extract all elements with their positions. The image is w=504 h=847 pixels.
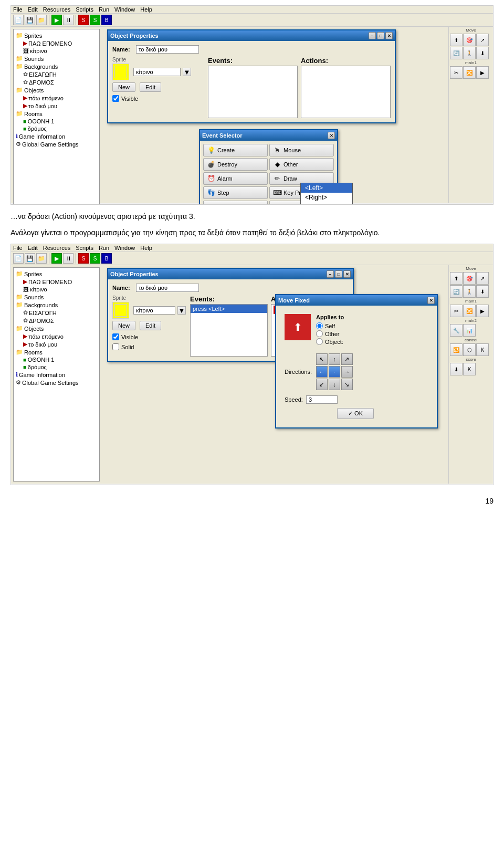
control-icon-1[interactable]: 🔁 (450, 343, 463, 356)
edit-sprite-button-2[interactable]: Edit (140, 321, 161, 330)
dir-downright[interactable]: ↘ (341, 379, 353, 390)
object-radio[interactable] (316, 338, 323, 345)
name-input[interactable] (136, 45, 199, 54)
menu2-scripts[interactable]: Scripts (76, 245, 93, 251)
main1-icon-2[interactable]: 🔀 (463, 66, 476, 79)
main1-icon-1[interactable]: ✂ (450, 66, 463, 79)
toolbar2-btn2[interactable]: 💾 (25, 253, 35, 264)
tree2-obj-pao[interactable]: ▶πάω επόμενο (16, 332, 97, 340)
move-fixed-close[interactable]: ✕ (427, 297, 435, 304)
move2-icon-3[interactable]: ↗ (476, 272, 489, 285)
tree2-bg-eisagogi[interactable]: ✿ΕΙΣΑΓΩΓΗ (16, 309, 97, 317)
menu-file[interactable]: File (13, 6, 23, 13)
menu2-window[interactable]: Window (114, 245, 135, 251)
evt-collision[interactable]: ↔ Collision (203, 201, 268, 205)
control-icon-3[interactable]: K (476, 343, 489, 356)
tree2-objects[interactable]: 📁Objects (16, 325, 97, 332)
es-close-button[interactable]: ✕ (328, 132, 335, 139)
menu-edit[interactable]: Edit (28, 6, 38, 13)
maximize-button[interactable]: □ (377, 32, 384, 39)
score-icon-2[interactable]: K (463, 363, 476, 375)
move-icon-3[interactable]: ↗ (476, 34, 489, 46)
move2-icon-5[interactable]: 🚶 (463, 285, 476, 298)
tree2-room-dromos[interactable]: ■δρόμος (16, 363, 97, 371)
dir-up[interactable]: ↑ (329, 353, 340, 365)
toolbar2-sprite-btn[interactable]: S (78, 253, 89, 264)
dir-downleft[interactable]: ↙ (316, 379, 328, 390)
tree2-sounds[interactable]: 📁Sounds (16, 293, 97, 301)
move-icon-6[interactable]: ⬇ (476, 47, 489, 59)
menu2-resources[interactable]: Resources (43, 245, 71, 251)
new-sprite-button-2[interactable]: New (112, 321, 135, 330)
menu2-help[interactable]: Help (140, 245, 152, 251)
move-icon-5[interactable]: 🚶 (463, 47, 476, 59)
tree2-gameinfo[interactable]: ℹGame Information (16, 371, 97, 379)
dir-center[interactable]: · (329, 366, 340, 378)
dir-upright[interactable]: ↗ (341, 353, 353, 365)
tree2-rooms[interactable]: 📁Rooms (16, 348, 97, 356)
main1-2-icon-3[interactable]: ▶ (476, 305, 489, 317)
event-item-press-left[interactable]: press <Left> (191, 305, 267, 313)
evt-mouse[interactable]: 🖱 Mouse (269, 144, 334, 156)
visible-checkbox-2[interactable] (112, 333, 119, 340)
tree-objects[interactable]: 📁 Objects (16, 86, 97, 94)
dir-right[interactable]: → (341, 366, 353, 378)
main1-2-icon-2[interactable]: 🔀 (463, 305, 476, 317)
menu-scripts[interactable]: Scripts (76, 6, 93, 13)
toolbar-btn1[interactable]: 📄 (13, 15, 24, 25)
dir-left[interactable]: ← (316, 366, 328, 378)
toolbar2-run[interactable]: ▶ (51, 253, 62, 264)
menu-run[interactable]: Run (99, 6, 109, 13)
key-left[interactable]: <Left> (301, 183, 352, 193)
edit-sprite-button[interactable]: Edit (140, 82, 161, 92)
tree2-room-othoni[interactable]: ■ΟΘΟΝΗ 1 (16, 356, 97, 363)
toolbar2-bg-btn[interactable]: B (101, 253, 112, 264)
tree2-bg-dromos[interactable]: ✿ΔΡΟΜΟΣ (16, 317, 97, 325)
tree-globalsettings[interactable]: ⚙ Global Game Settings (16, 140, 97, 148)
move2-icon-1[interactable]: ⬆ (450, 272, 463, 285)
sprite-select-btn[interactable]: ▼ (183, 68, 191, 76)
toolbar2-btn1[interactable]: 📄 (13, 253, 24, 264)
name-input-2[interactable] (136, 284, 199, 292)
tree-sprite-kitrino[interactable]: 🖼 κίτρινο (16, 47, 97, 55)
visible-checkbox[interactable] (112, 95, 119, 102)
tree-gameinfo[interactable]: ℹ Game Information (16, 132, 97, 140)
sprite-input-2[interactable] (133, 306, 175, 315)
evt-step[interactable]: 👣 Step (203, 186, 268, 199)
minimize-button-2[interactable]: − (327, 270, 334, 278)
tree2-sprite-kitrino[interactable]: 🖼κίτρινο (16, 286, 97, 293)
tree2-backgrounds[interactable]: 📁Backgrounds (16, 301, 97, 309)
move2-icon-4[interactable]: 🔄 (450, 285, 463, 298)
ok-button[interactable]: ✓ OK (337, 408, 374, 419)
move-icon-2[interactable]: 🎯 (463, 34, 476, 46)
minimize-button[interactable]: − (369, 32, 376, 39)
tree2-globalsettings[interactable]: ⚙Global Game Settings (16, 379, 97, 386)
tree-room-dromos[interactable]: ■ δρόμος (16, 125, 97, 132)
toolbar-btn2[interactable]: 💾 (25, 15, 35, 25)
solid-checkbox-2[interactable] (112, 343, 119, 350)
tree2-sprite-pao[interactable]: ▶ΠΑΩ ΕΠΟΜΕΝΟ (16, 278, 97, 286)
toolbar-run[interactable]: ▶ (51, 15, 62, 25)
sprite-select-btn-2[interactable]: ▼ (177, 306, 186, 315)
menu-resources[interactable]: Resources (43, 6, 71, 13)
menu2-file[interactable]: File (13, 245, 23, 251)
evt-other[interactable]: ◆ Other (269, 158, 334, 171)
new-sprite-button[interactable]: New (112, 82, 135, 92)
tree2-sprites[interactable]: 📁Sprites (16, 270, 97, 278)
tree-room-othoni[interactable]: ■ ΟΘΟΝΗ 1 (16, 118, 97, 125)
evt-create[interactable]: 💡 Create (203, 144, 268, 156)
menu2-run[interactable]: Run (99, 245, 109, 251)
tree-obj-diko[interactable]: ▶ το δικό μου (16, 102, 97, 110)
close-button[interactable]: ✕ (385, 32, 393, 39)
move-icon-4[interactable]: 🔄 (450, 47, 463, 59)
speed-input[interactable] (306, 395, 338, 404)
main1-icon-3[interactable]: ▶ (476, 66, 489, 79)
sprite-input[interactable] (133, 68, 181, 76)
menu-help[interactable]: Help (140, 6, 152, 13)
move2-icon-2[interactable]: 🎯 (463, 272, 476, 285)
key-right[interactable]: <Right> (301, 193, 352, 202)
tree-rooms[interactable]: 📁 Rooms (16, 110, 97, 118)
key-up[interactable]: <Up> (301, 202, 352, 205)
main1-2-icon-1[interactable]: ✂ (450, 305, 463, 317)
score-icon-1[interactable]: ⬇ (450, 363, 463, 375)
